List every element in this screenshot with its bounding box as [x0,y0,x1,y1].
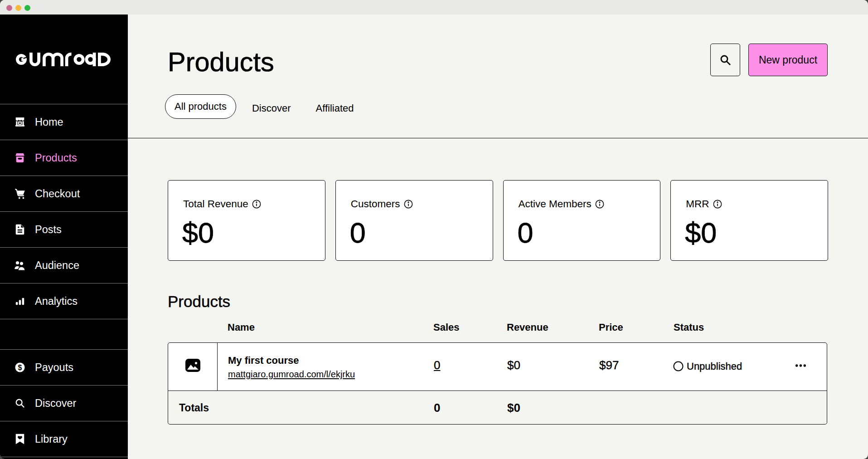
svg-text:$: $ [18,364,22,371]
